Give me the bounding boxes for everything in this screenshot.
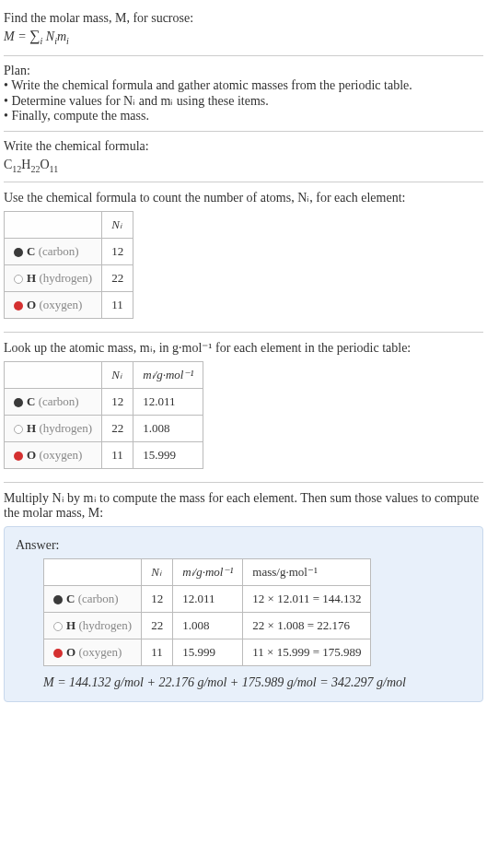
multiply-section: Multiply Nᵢ by mᵢ to compute the mass fo… — [4, 482, 483, 710]
final-result: M = 144.132 g/mol + 22.176 g/mol + 175.9… — [43, 675, 471, 690]
table-row: C (carbon) 12 — [5, 238, 133, 264]
chemical-formula: C12H22O11 — [4, 158, 483, 174]
ni-header: Nᵢ — [102, 211, 133, 238]
oxygen-marker-icon — [14, 452, 23, 461]
mi-header: mᵢ/g·mol⁻¹ — [173, 558, 243, 585]
element-cell: O (oxygen) — [5, 441, 102, 468]
count-table: Nᵢ C (carbon) 12 H (hydrogen) 22 O (oxyg… — [4, 211, 133, 319]
mass-cell: 22 × 1.008 = 22.176 — [243, 612, 371, 639]
element-cell: O (oxygen) — [5, 291, 102, 318]
mi-cell: 15.999 — [173, 639, 243, 665]
table-row: H (hydrogen) 22 — [5, 264, 133, 291]
table-header-row: Nᵢ — [5, 211, 133, 238]
ni-cell: 12 — [102, 238, 133, 264]
table-header-row: Nᵢ mᵢ/g·mol⁻¹ — [5, 361, 203, 388]
plan-heading: Plan: — [4, 64, 483, 78]
element-cell: H (hydrogen) — [5, 264, 102, 291]
mi-cell: 1.008 — [133, 415, 203, 441]
plan-section: Plan: • Write the chemical formula and g… — [4, 55, 483, 131]
mi-cell: 12.011 — [173, 585, 243, 612]
ni-cell: 22 — [102, 264, 133, 291]
table-row: C (carbon) 12 12.011 — [5, 388, 203, 415]
table-row: O (oxygen) 11 15.999 — [5, 441, 203, 468]
table-row: O (oxygen) 11 — [5, 291, 133, 318]
table-row: C (carbon) 12 12.011 12 × 12.011 = 144.1… — [44, 585, 371, 612]
ni-cell: 12 — [102, 388, 133, 415]
mi-cell: 1.008 — [173, 612, 243, 639]
plan-item: • Finally, compute the mass. — [4, 109, 483, 123]
answer-table: Nᵢ mᵢ/g·mol⁻¹ mass/g·mol⁻¹ C (carbon) 12… — [43, 558, 371, 666]
carbon-marker-icon — [14, 248, 23, 257]
carbon-marker-icon — [14, 398, 23, 407]
table-header-row: Nᵢ mᵢ/g·mol⁻¹ mass/g·mol⁻¹ — [44, 558, 371, 585]
ni-cell: 11 — [102, 291, 133, 318]
element-cell: C (carbon) — [5, 238, 102, 264]
mass-table: Nᵢ mᵢ/g·mol⁻¹ C (carbon) 12 12.011 H (hy… — [4, 361, 203, 469]
plan-item: • Write the chemical formula and gather … — [4, 78, 483, 93]
ni-cell: 22 — [102, 415, 133, 441]
mi-cell: 12.011 — [133, 388, 203, 415]
ni-header: Nᵢ — [102, 361, 133, 388]
element-cell: O (oxygen) — [44, 639, 142, 665]
table-row: H (hydrogen) 22 1.008 — [5, 415, 203, 441]
formula-heading: Write the chemical formula: — [4, 139, 483, 154]
mi-header: mᵢ/g·mol⁻¹ — [133, 361, 203, 388]
carbon-marker-icon — [53, 595, 63, 604]
answer-label: Answer: — [16, 538, 471, 553]
element-cell: C (carbon) — [5, 388, 102, 415]
mass-cell: 11 × 15.999 = 175.989 — [243, 639, 371, 665]
plan-item: • Determine values for Nᵢ and mᵢ using t… — [4, 93, 483, 109]
ni-cell: 11 — [102, 441, 133, 468]
table-row: O (oxygen) 11 15.999 11 × 15.999 = 175.9… — [44, 639, 371, 665]
hydrogen-marker-icon — [14, 425, 23, 434]
chemical-formula-section: Write the chemical formula: C12H22O11 — [4, 131, 483, 182]
mass-heading: Look up the atomic mass, mᵢ, in g·mol⁻¹ … — [4, 340, 483, 356]
multiply-heading: Multiply Nᵢ by mᵢ to compute the mass fo… — [4, 490, 483, 521]
empty-header — [5, 211, 102, 238]
empty-header — [5, 361, 102, 388]
count-section: Use the chemical formula to count the nu… — [4, 182, 483, 332]
element-cell: C (carbon) — [44, 585, 142, 612]
intro-line: Find the molar mass, M, for sucrose: — [4, 11, 483, 26]
empty-header — [44, 558, 142, 585]
hydrogen-marker-icon — [14, 275, 23, 284]
ni-cell: 22 — [142, 612, 173, 639]
intro-formula: M = ∑i Nimi — [4, 28, 483, 46]
atomic-mass-section: Look up the atomic mass, mᵢ, in g·mol⁻¹ … — [4, 332, 483, 482]
hydrogen-marker-icon — [53, 622, 63, 631]
mass-cell: 12 × 12.011 = 144.132 — [243, 585, 371, 612]
oxygen-marker-icon — [53, 649, 63, 658]
intro-section: Find the molar mass, M, for sucrose: M =… — [4, 4, 483, 55]
count-heading: Use the chemical formula to count the nu… — [4, 190, 483, 205]
mi-cell: 15.999 — [133, 441, 203, 468]
mass-header: mass/g·mol⁻¹ — [243, 558, 371, 585]
oxygen-marker-icon — [14, 301, 23, 311]
table-row: H (hydrogen) 22 1.008 22 × 1.008 = 22.17… — [44, 612, 371, 639]
ni-cell: 11 — [142, 639, 173, 665]
ni-header: Nᵢ — [142, 558, 173, 585]
element-cell: H (hydrogen) — [5, 415, 102, 441]
ni-cell: 12 — [142, 585, 173, 612]
element-cell: H (hydrogen) — [44, 612, 142, 639]
answer-box: Answer: Nᵢ mᵢ/g·mol⁻¹ mass/g·mol⁻¹ C (ca… — [4, 526, 483, 702]
